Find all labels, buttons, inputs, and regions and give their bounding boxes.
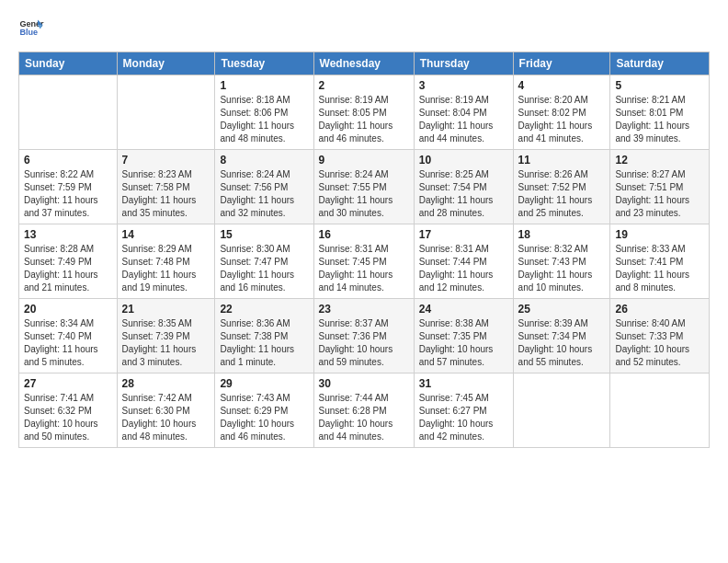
calendar-cell: 2Sunrise: 8:19 AM Sunset: 8:05 PM Daylig… — [313, 75, 414, 150]
svg-text:Blue: Blue — [19, 28, 38, 37]
day-number: 15 — [220, 228, 308, 241]
calendar-cell: 29Sunrise: 7:43 AM Sunset: 6:29 PM Dayli… — [215, 373, 313, 448]
day-number: 12 — [615, 154, 704, 167]
day-number: 4 — [518, 79, 606, 92]
day-info: Sunrise: 7:45 AM Sunset: 6:27 PM Dayligh… — [419, 392, 508, 443]
day-number: 31 — [419, 377, 508, 390]
calendar-cell: 1Sunrise: 8:18 AM Sunset: 8:06 PM Daylig… — [215, 75, 313, 150]
day-info: Sunrise: 8:29 AM Sunset: 7:48 PM Dayligh… — [122, 243, 210, 294]
calendar-cell: 17Sunrise: 8:31 AM Sunset: 7:44 PM Dayli… — [414, 224, 513, 299]
calendar-cell: 15Sunrise: 8:30 AM Sunset: 7:47 PM Dayli… — [215, 224, 313, 299]
calendar-cell: 27Sunrise: 7:41 AM Sunset: 6:32 PM Dayli… — [19, 373, 118, 448]
day-info: Sunrise: 8:19 AM Sunset: 8:05 PM Dayligh… — [319, 94, 409, 145]
calendar-cell: 19Sunrise: 8:33 AM Sunset: 7:41 PM Dayli… — [610, 224, 710, 299]
day-number: 28 — [122, 377, 210, 390]
calendar-cell: 14Sunrise: 8:29 AM Sunset: 7:48 PM Dayli… — [117, 224, 215, 299]
calendar-cell: 8Sunrise: 8:24 AM Sunset: 7:56 PM Daylig… — [215, 150, 313, 224]
day-number: 26 — [615, 303, 704, 316]
day-number: 24 — [419, 303, 508, 316]
day-info: Sunrise: 8:25 AM Sunset: 7:54 PM Dayligh… — [419, 168, 508, 220]
calendar-header-row: SundayMondayTuesdayWednesdayThursdayFrid… — [19, 52, 710, 75]
calendar-cell — [610, 373, 710, 448]
calendar-cell: 4Sunrise: 8:20 AM Sunset: 8:02 PM Daylig… — [513, 75, 610, 150]
day-number: 1 — [220, 79, 308, 92]
day-number: 6 — [24, 154, 112, 167]
day-info: Sunrise: 8:31 AM Sunset: 7:45 PM Dayligh… — [319, 243, 409, 294]
day-info: Sunrise: 8:34 AM Sunset: 7:40 PM Dayligh… — [24, 317, 112, 369]
day-number: 19 — [615, 228, 704, 241]
day-number: 21 — [122, 303, 210, 316]
calendar-week-row: 6Sunrise: 8:22 AM Sunset: 7:59 PM Daylig… — [19, 150, 710, 224]
calendar-cell: 25Sunrise: 8:39 AM Sunset: 7:34 PM Dayli… — [513, 299, 610, 373]
day-info: Sunrise: 7:44 AM Sunset: 6:28 PM Dayligh… — [319, 392, 409, 443]
calendar-table: SundayMondayTuesdayWednesdayThursdayFrid… — [18, 52, 710, 448]
weekday-header-saturday: Saturday — [610, 52, 710, 75]
day-info: Sunrise: 8:33 AM Sunset: 7:41 PM Dayligh… — [615, 243, 704, 294]
day-info: Sunrise: 8:38 AM Sunset: 7:35 PM Dayligh… — [419, 317, 508, 369]
day-number: 2 — [319, 79, 409, 92]
weekday-header-friday: Friday — [513, 52, 610, 75]
calendar-cell: 31Sunrise: 7:45 AM Sunset: 6:27 PM Dayli… — [414, 373, 513, 448]
calendar-cell: 3Sunrise: 8:19 AM Sunset: 8:04 PM Daylig… — [414, 75, 513, 150]
calendar-cell: 24Sunrise: 8:38 AM Sunset: 7:35 PM Dayli… — [414, 299, 513, 373]
day-info: Sunrise: 8:31 AM Sunset: 7:44 PM Dayligh… — [419, 243, 508, 294]
day-info: Sunrise: 8:35 AM Sunset: 7:39 PM Dayligh… — [122, 317, 210, 369]
calendar-cell: 30Sunrise: 7:44 AM Sunset: 6:28 PM Dayli… — [313, 373, 414, 448]
calendar-week-row: 13Sunrise: 8:28 AM Sunset: 7:49 PM Dayli… — [19, 224, 710, 299]
calendar-cell: 22Sunrise: 8:36 AM Sunset: 7:38 PM Dayli… — [215, 299, 313, 373]
day-number: 7 — [122, 154, 210, 167]
day-number: 17 — [419, 228, 508, 241]
day-info: Sunrise: 8:20 AM Sunset: 8:02 PM Dayligh… — [518, 94, 606, 145]
day-number: 3 — [419, 79, 508, 92]
day-info: Sunrise: 8:39 AM Sunset: 7:34 PM Dayligh… — [518, 317, 606, 369]
day-number: 18 — [518, 228, 606, 241]
day-info: Sunrise: 8:23 AM Sunset: 7:58 PM Dayligh… — [122, 168, 210, 220]
calendar-week-row: 27Sunrise: 7:41 AM Sunset: 6:32 PM Dayli… — [19, 373, 710, 448]
calendar-cell: 7Sunrise: 8:23 AM Sunset: 7:58 PM Daylig… — [117, 150, 215, 224]
day-number: 20 — [24, 303, 112, 316]
calendar-week-row: 20Sunrise: 8:34 AM Sunset: 7:40 PM Dayli… — [19, 299, 710, 373]
day-number: 10 — [419, 154, 508, 167]
logo-icon: General Blue — [18, 15, 44, 40]
calendar-cell: 9Sunrise: 8:24 AM Sunset: 7:55 PM Daylig… — [313, 150, 414, 224]
calendar-cell: 6Sunrise: 8:22 AM Sunset: 7:59 PM Daylig… — [19, 150, 118, 224]
calendar-cell: 23Sunrise: 8:37 AM Sunset: 7:36 PM Dayli… — [313, 299, 414, 373]
day-number: 30 — [319, 377, 409, 390]
day-info: Sunrise: 8:28 AM Sunset: 7:49 PM Dayligh… — [24, 243, 112, 294]
day-info: Sunrise: 8:27 AM Sunset: 7:51 PM Dayligh… — [615, 168, 704, 220]
day-number: 16 — [319, 228, 409, 241]
weekday-header-thursday: Thursday — [414, 52, 513, 75]
day-number: 8 — [220, 154, 308, 167]
calendar-cell: 20Sunrise: 8:34 AM Sunset: 7:40 PM Dayli… — [19, 299, 118, 373]
weekday-header-wednesday: Wednesday — [313, 52, 414, 75]
day-info: Sunrise: 8:24 AM Sunset: 7:55 PM Dayligh… — [319, 168, 409, 220]
calendar-cell: 21Sunrise: 8:35 AM Sunset: 7:39 PM Dayli… — [117, 299, 215, 373]
calendar-cell: 12Sunrise: 8:27 AM Sunset: 7:51 PM Dayli… — [610, 150, 710, 224]
weekday-header-monday: Monday — [117, 52, 215, 75]
calendar-cell: 28Sunrise: 7:42 AM Sunset: 6:30 PM Dayli… — [117, 373, 215, 448]
day-info: Sunrise: 7:41 AM Sunset: 6:32 PM Dayligh… — [24, 392, 112, 443]
day-info: Sunrise: 8:19 AM Sunset: 8:04 PM Dayligh… — [419, 94, 508, 145]
day-info: Sunrise: 8:37 AM Sunset: 7:36 PM Dayligh… — [319, 317, 409, 369]
day-number: 23 — [319, 303, 409, 316]
calendar-cell — [19, 75, 118, 150]
calendar-cell — [513, 373, 610, 448]
day-info: Sunrise: 8:40 AM Sunset: 7:33 PM Dayligh… — [615, 317, 704, 369]
calendar-cell — [117, 75, 215, 150]
day-number: 25 — [518, 303, 606, 316]
calendar-cell: 11Sunrise: 8:26 AM Sunset: 7:52 PM Dayli… — [513, 150, 610, 224]
calendar-cell: 10Sunrise: 8:25 AM Sunset: 7:54 PM Dayli… — [414, 150, 513, 224]
day-number: 11 — [518, 154, 606, 167]
day-info: Sunrise: 8:22 AM Sunset: 7:59 PM Dayligh… — [24, 168, 112, 220]
page: General Blue SundayMondayTuesdayWednesda… — [0, 0, 728, 563]
calendar-cell: 16Sunrise: 8:31 AM Sunset: 7:45 PM Dayli… — [313, 224, 414, 299]
day-number: 5 — [615, 79, 704, 92]
header: General Blue — [18, 15, 710, 40]
day-info: Sunrise: 8:36 AM Sunset: 7:38 PM Dayligh… — [220, 317, 308, 369]
day-info: Sunrise: 8:26 AM Sunset: 7:52 PM Dayligh… — [518, 168, 606, 220]
day-info: Sunrise: 8:21 AM Sunset: 8:01 PM Dayligh… — [615, 94, 704, 145]
calendar-week-row: 1Sunrise: 8:18 AM Sunset: 8:06 PM Daylig… — [19, 75, 710, 150]
day-number: 13 — [24, 228, 112, 241]
day-number: 9 — [319, 154, 409, 167]
weekday-header-tuesday: Tuesday — [215, 52, 313, 75]
